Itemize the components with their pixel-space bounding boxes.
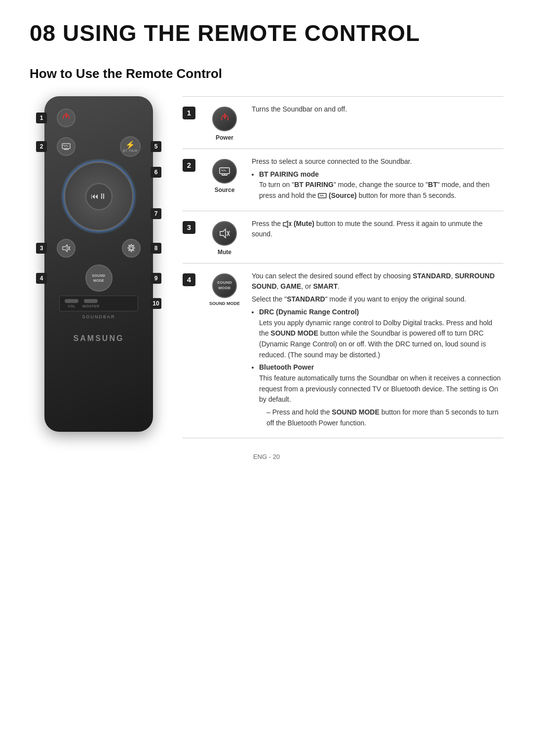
desc-num-1: 1 bbox=[183, 104, 202, 141]
main-content: 1 2 5 ⚡ BT PAIR bbox=[30, 96, 503, 438]
desc-row-2: 2 Source Press to select a source connec… bbox=[183, 149, 503, 211]
sound-mode-button[interactable]: SOUND MODE bbox=[85, 265, 113, 292]
remote-label-2: 2 bbox=[36, 141, 47, 152]
bluetooth-pair-button[interactable]: ⚡ BT PAIR bbox=[120, 136, 141, 157]
remote-row-sliders: 10 VOL WOOFER bbox=[52, 296, 146, 311]
desc-icon-power: Power bbox=[202, 104, 247, 141]
vol-slider[interactable]: VOL bbox=[65, 299, 78, 308]
svg-rect-0 bbox=[62, 144, 70, 149]
svg-marker-18 bbox=[283, 221, 288, 227]
remote-label-10: 10 bbox=[151, 298, 161, 309]
page-number: ENG - 20 bbox=[253, 453, 280, 460]
remote-label-1: 1 bbox=[36, 113, 47, 123]
remote-container: 1 2 5 ⚡ BT PAIR bbox=[30, 96, 168, 438]
sliders-box: VOL WOOFER bbox=[59, 296, 138, 311]
desc-row-4: 4 SOUNDMODE SOUND MODE You can select th… bbox=[183, 263, 503, 439]
desc-num-3: 3 bbox=[183, 219, 202, 256]
soundbar-label: SOUNDBAR bbox=[52, 314, 146, 319]
desc-row-1: 1 Power Turns the Soundbar on and off. bbox=[183, 96, 503, 149]
svg-line-11 bbox=[224, 170, 226, 171]
desc-icon-soundmode: SOUNDMODE SOUND MODE bbox=[202, 271, 247, 431]
remote-label-6: 6 bbox=[151, 167, 161, 178]
desc-text-2: Press to select a source connected to th… bbox=[247, 156, 503, 203]
svg-point-7 bbox=[130, 247, 133, 250]
remote-label-5: 5 bbox=[151, 141, 161, 152]
remote-label-3: 3 bbox=[36, 243, 47, 254]
page-footer: ENG - 20 bbox=[30, 453, 503, 460]
desc-text-4: You can select the desired sound effect … bbox=[247, 271, 503, 431]
remote-label-7: 7 bbox=[151, 208, 161, 219]
desc-source-label: Source bbox=[215, 187, 235, 193]
page-title: 08 USING THE REMOTE CONTROL bbox=[30, 20, 503, 46]
svg-line-13 bbox=[320, 195, 322, 196]
desc-source-btn bbox=[212, 159, 237, 184]
desc-num-2: 2 bbox=[183, 156, 202, 203]
remote-dpad-area: 6 7 ⏮⏸ bbox=[52, 162, 146, 231]
svg-line-2 bbox=[63, 145, 66, 147]
bt-pair-label: BT PAIR bbox=[123, 149, 138, 152]
svg-rect-12 bbox=[318, 193, 326, 198]
description-table: 1 Power Turns the Soundbar on and off. 2 bbox=[183, 96, 503, 438]
woofer-label: WOOFER bbox=[82, 304, 100, 308]
remote-label-9: 9 bbox=[151, 273, 161, 284]
remote-row-soundmode: 4 9 SOUND MODE bbox=[52, 265, 146, 292]
remote-label-8: 8 bbox=[151, 243, 161, 254]
soundmode-text-2: MODE bbox=[93, 278, 104, 283]
settings-button[interactable] bbox=[122, 239, 141, 258]
desc-text-3: Press the (Mute) button to mute the soun… bbox=[247, 219, 503, 256]
desc-num-4: 4 bbox=[183, 271, 202, 431]
desc-power-btn bbox=[212, 107, 237, 131]
section-title: How to Use the Remote Control bbox=[30, 66, 503, 81]
desc-text-1: Turns the Soundbar on and off. bbox=[247, 104, 503, 141]
remote-label-4: 4 bbox=[36, 273, 47, 284]
source-button[interactable] bbox=[57, 137, 76, 156]
dpad-outer[interactable]: ⏮⏸ bbox=[64, 162, 133, 231]
desc-power-label: Power bbox=[216, 134, 233, 141]
desc-soundmode-btn: SOUNDMODE bbox=[212, 273, 237, 298]
desc-row-3: 3 Mute Press the (Mute) button to mute t… bbox=[183, 211, 503, 263]
soundmode-text-1: SOUND bbox=[92, 273, 106, 278]
samsung-brand: SAMSUNG bbox=[52, 334, 146, 343]
desc-mute-label: Mute bbox=[218, 249, 231, 256]
desc-icon-mute: Mute bbox=[202, 219, 247, 256]
svg-marker-4 bbox=[63, 245, 67, 252]
remote-row-mute-settings: 3 8 bbox=[52, 239, 146, 258]
power-button[interactable] bbox=[57, 109, 76, 127]
svg-line-10 bbox=[221, 170, 224, 171]
desc-icon-source: Source bbox=[202, 156, 247, 203]
remote-control: 1 2 5 ⚡ BT PAIR bbox=[44, 96, 153, 432]
mute-button[interactable] bbox=[57, 239, 76, 258]
svg-marker-15 bbox=[220, 229, 226, 238]
desc-soundmode-label: SOUND MODE bbox=[209, 301, 240, 306]
remote-row-power: 1 bbox=[52, 109, 146, 127]
remote-row-source-bt: 2 5 ⚡ BT PAIR bbox=[52, 136, 146, 157]
vol-label: VOL bbox=[68, 304, 76, 308]
svg-line-3 bbox=[66, 145, 68, 147]
svg-line-14 bbox=[322, 195, 324, 196]
play-pause-button[interactable]: ⏮⏸ bbox=[85, 183, 113, 210]
woofer-slider[interactable]: WOOFER bbox=[82, 299, 100, 308]
desc-mute-btn bbox=[212, 221, 237, 246]
